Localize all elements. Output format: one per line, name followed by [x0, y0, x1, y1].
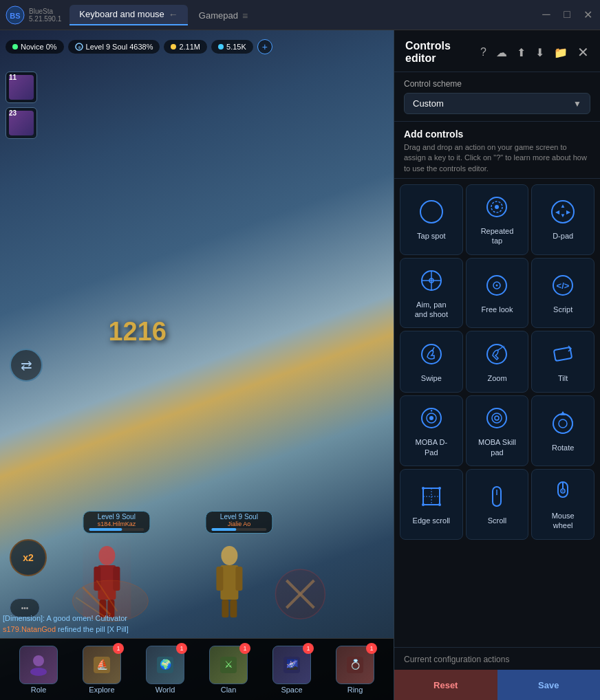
- save-button[interactable]: Save: [497, 670, 601, 700]
- nav-item-role[interactable]: Role: [19, 646, 58, 694]
- svg-text:●: ●: [430, 408, 433, 413]
- svg-point-35: [420, 201, 442, 223]
- characters-area: Level 9 Soul s184.HilmKaz: [83, 511, 272, 617]
- control-edge-scroll[interactable]: Edge scroll: [400, 469, 463, 540]
- svg-text:🌌: 🌌: [286, 659, 299, 670]
- svg-point-63: [495, 416, 499, 420]
- nav-item-explore[interactable]: 1 ⛵ Explore: [83, 646, 121, 694]
- swords-icon: [272, 567, 328, 624]
- svg-point-72: [422, 503, 425, 506]
- control-d-pad[interactable]: ▲ ▼ ◀ ▶ D-pad: [531, 184, 594, 255]
- explore-label: Explore: [89, 686, 114, 694]
- svg-point-62: [492, 413, 502, 423]
- controls-panel: Controls editor ? ☁ ⬆ ⬇ 📁 ✕ Control sche…: [394, 30, 600, 700]
- hud-coins[interactable]: 2.11M: [164, 40, 207, 54]
- panel-title: Controls editor: [405, 40, 480, 65]
- repeated-tap-icon: [483, 193, 511, 221]
- scheme-label: Control scheme: [404, 79, 590, 89]
- score-display: 1216: [108, 317, 167, 347]
- scroll-icon: [483, 483, 511, 510]
- mouse-wheel-icon: [549, 478, 577, 505]
- svg-point-53: [422, 344, 441, 364]
- hud-add-button[interactable]: +: [257, 39, 272, 54]
- swap-button[interactable]: ⇄: [10, 349, 43, 382]
- svg-rect-13: [235, 567, 242, 591]
- help-icon[interactable]: ?: [480, 46, 486, 58]
- maximize-button[interactable]: □: [560, 8, 574, 21]
- nav-item-clan[interactable]: 1 ⚔ Clan: [209, 646, 248, 694]
- minimize-button[interactable]: ─: [539, 8, 553, 21]
- svg-rect-12: [216, 567, 223, 591]
- import-icon[interactable]: ⬇: [535, 46, 544, 59]
- control-free-look[interactable]: Free look: [466, 258, 529, 329]
- control-moba-skill[interactable]: MOBA Skill pad: [466, 395, 529, 466]
- add-controls-title: Add controls: [404, 129, 590, 140]
- export-icon[interactable]: ⬆: [517, 46, 526, 59]
- svg-point-50: [496, 284, 498, 286]
- clan-icon: ⚔: [216, 653, 241, 677]
- tilt-icon: [549, 340, 577, 368]
- control-scroll[interactable]: Scroll: [466, 469, 529, 540]
- control-script[interactable]: </> Script: [531, 258, 594, 329]
- level-icon: ⊕: [75, 43, 83, 51]
- control-swipe[interactable]: Swipe: [400, 331, 463, 393]
- world-icon: 🌍: [153, 653, 178, 677]
- tilt-label: Tilt: [558, 373, 568, 383]
- control-tilt[interactable]: Tilt: [531, 331, 594, 393]
- item-slot-1[interactable]: 11: [6, 72, 37, 103]
- item-1-number: 11: [9, 74, 17, 81]
- control-zoom[interactable]: + Zoom: [466, 331, 529, 393]
- world-badge: 1: [176, 643, 187, 654]
- nav-item-space[interactable]: 1 🌌 Space: [272, 646, 311, 694]
- panel-close-button[interactable]: ✕: [577, 44, 589, 61]
- moba-skill-icon: [483, 404, 511, 432]
- control-aim-pan-shoot[interactable]: Aim, pan and shoot: [400, 258, 463, 329]
- control-tap-spot[interactable]: Tap spot: [400, 184, 463, 255]
- scheme-select[interactable]: Custom ▼: [404, 93, 590, 114]
- coin-dot: [171, 44, 176, 50]
- svg-point-79: [562, 490, 564, 492]
- upload-cloud-icon[interactable]: ☁: [496, 46, 507, 59]
- svg-point-65: [559, 419, 567, 428]
- svg-rect-15: [230, 600, 237, 617]
- svg-point-24: [30, 668, 47, 676]
- control-rotate[interactable]: Rotate: [531, 395, 594, 466]
- svg-text:BS: BS: [10, 12, 20, 20]
- panel-header: Controls editor ? ☁ ⬆ ⬇ 📁 ✕: [394, 30, 600, 72]
- x2-button[interactable]: x2: [10, 539, 47, 576]
- tab-keyboard-mouse[interactable]: Keyboard and mouse ←: [69, 5, 188, 25]
- svg-point-70: [422, 487, 425, 490]
- explore-badge: 1: [113, 643, 124, 654]
- current-config-label: Current configuration actions: [394, 648, 600, 670]
- tab-gamepad[interactable]: Gamepad ≡: [189, 6, 257, 25]
- zoom-icon: +: [483, 340, 511, 368]
- nav-item-world[interactable]: 1 🌍 World: [146, 646, 184, 694]
- control-moba-dpad[interactable]: ● MOBA D- Pad: [400, 395, 463, 466]
- brand-version: 5.21.590.1: [29, 15, 61, 23]
- app-logo: BS: [6, 6, 25, 25]
- folder-icon[interactable]: 📁: [554, 46, 568, 59]
- control-mouse-wheel[interactable]: Mouse wheel: [531, 469, 594, 540]
- reset-button[interactable]: Reset: [394, 670, 497, 700]
- hud-novice[interactable]: Novice 0%: [6, 40, 64, 54]
- char1-hp-bar: [89, 528, 144, 531]
- app-brand: BlueSta 5.21.590.1: [29, 8, 61, 23]
- app-window: BS BlueSta 5.21.590.1 Keyboard and mouse…: [0, 0, 600, 700]
- hud-level[interactable]: ⊕ Level 9 Soul 4638%: [68, 40, 160, 54]
- ring-badge: 1: [366, 643, 377, 654]
- nav-item-ring[interactable]: 1 💍 Ring: [336, 646, 374, 694]
- bottom-nav-bar: Role 1 ⛵ Explore: [0, 638, 394, 700]
- control-repeated-tap[interactable]: Repeated tap: [466, 184, 529, 255]
- panel-actions: Reset Save: [394, 670, 600, 700]
- controls-grid: Tap spot Repeated tap: [394, 179, 600, 647]
- item-slot-2[interactable]: 23: [6, 107, 37, 139]
- svg-point-61: [487, 408, 506, 428]
- hud-diamonds[interactable]: 5.15K: [211, 40, 253, 54]
- panel-bottom: Current configuration actions Reset Save: [394, 647, 600, 700]
- role-icon: [26, 653, 51, 677]
- svg-point-59: [429, 416, 433, 420]
- svg-text:◀: ◀: [555, 209, 560, 215]
- close-button[interactable]: ✕: [581, 8, 594, 21]
- moba-dpad-icon: ●: [418, 404, 445, 432]
- svg-point-10: [221, 546, 237, 565]
